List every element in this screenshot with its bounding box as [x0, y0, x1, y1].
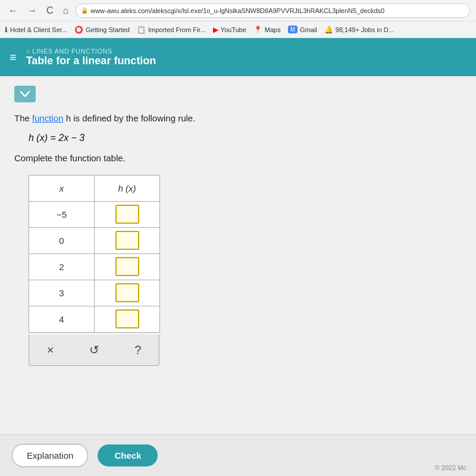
hx-input-cell — [95, 306, 160, 332]
text-after-link: h is defined by the following rule. — [64, 113, 196, 123]
text-before-link: The — [14, 113, 32, 123]
bottom-bar: Explanation Check © 2022 Mc — [0, 434, 476, 476]
header-title: Table for a linear function — [26, 55, 156, 67]
lock-icon: 🔒 — [81, 7, 88, 14]
header-text: ○ LINES AND FUNCTIONS Table for a linear… — [26, 48, 156, 67]
bookmark-jobs[interactable]: 🔔 98,149+ Jobs in D... — [324, 26, 394, 34]
keypad: × ↺ ? — [29, 335, 159, 366]
circle-icon: ⭕ — [74, 26, 83, 34]
youtube-icon: ▶ — [213, 26, 218, 34]
hx-input-cell — [95, 227, 160, 253]
x-value: 3 — [29, 280, 95, 306]
table-row: 2 — [29, 253, 160, 280]
equation: h (x) = 2x − 3 — [29, 133, 447, 143]
dropdown-button[interactable] — [14, 86, 36, 102]
x-value: 4 — [29, 306, 95, 332]
bookmark-gmail[interactable]: M Gmail — [288, 26, 317, 33]
bookmark-getting-started[interactable]: ⭕ Getting Started — [74, 26, 130, 34]
hx-input-cell — [95, 201, 160, 227]
refresh-button[interactable]: C — [44, 4, 56, 17]
x-value: −5 — [29, 201, 95, 227]
instruction-text: Complete the function table. — [14, 153, 462, 163]
delete-button[interactable]: × — [40, 339, 61, 362]
table-row: 4 — [29, 306, 160, 332]
forward-button[interactable]: → — [25, 4, 39, 17]
bookmark-label: Gmail — [300, 26, 317, 33]
hx-input[interactable] — [115, 205, 139, 224]
problem-text: The function h is defined by the followi… — [14, 112, 462, 126]
info-icon: ℹ — [5, 26, 8, 34]
x-value: 2 — [29, 253, 95, 280]
copyright-text: © 2022 Mc — [435, 464, 466, 471]
content-panel: The function h is defined by the followi… — [0, 76, 476, 434]
back-button[interactable]: ← — [6, 4, 20, 17]
table-container: x h (x) −50234 — [29, 175, 160, 333]
hx-input-cell — [95, 280, 160, 306]
table-row: 3 — [29, 280, 160, 306]
bookmark-label: Hotel & Client Ser... — [10, 26, 67, 33]
bell-icon: 🔔 — [324, 26, 333, 34]
url-text: www-awu.aleks.com/alekscgi/x/lsl.exe/1o_… — [90, 7, 384, 14]
bookmark-label: Getting Started — [86, 26, 130, 33]
bookmark-imported[interactable]: 📋 Imported From Fir... — [137, 26, 206, 34]
hx-input-cell — [95, 253, 160, 280]
function-link[interactable]: function — [32, 113, 64, 123]
bookmark-hotel[interactable]: ℹ Hotel & Client Ser... — [5, 26, 67, 34]
help-button[interactable]: ? — [127, 339, 148, 362]
hx-input[interactable] — [115, 309, 139, 328]
table-row: −5 — [29, 201, 160, 227]
explanation-button[interactable]: Explanation — [12, 444, 88, 467]
bookmark-label: Imported From Fir... — [148, 26, 206, 33]
document-icon: 📋 — [137, 26, 146, 34]
function-table: x h (x) −50234 — [29, 175, 160, 333]
bookmark-label: 98,149+ Jobs in D... — [336, 26, 394, 33]
chevron-down-icon — [20, 91, 30, 97]
address-bar[interactable]: 🔒 www-awu.aleks.com/alekscgi/x/lsl.exe/1… — [76, 4, 470, 18]
home-button[interactable]: ⌂ — [61, 4, 71, 17]
aleks-header: ≡ ○ LINES AND FUNCTIONS Table for a line… — [0, 38, 476, 76]
hamburger-menu[interactable]: ≡ — [10, 51, 17, 64]
col-x-header: x — [29, 175, 95, 201]
browser-bar: ← → C ⌂ 🔒 www-awu.aleks.com/alekscgi/x/l… — [0, 0, 476, 21]
maps-icon: 📍 — [253, 26, 262, 34]
header-subtitle: ○ LINES AND FUNCTIONS — [26, 48, 156, 55]
gmail-icon: M — [288, 26, 298, 33]
bookmarks-bar: ℹ Hotel & Client Ser... ⭕ Getting Starte… — [0, 21, 476, 38]
undo-button[interactable]: ↺ — [82, 338, 107, 362]
hx-input[interactable] — [115, 257, 139, 276]
bookmark-youtube[interactable]: ▶ YouTube — [213, 26, 246, 34]
bookmark-label: Maps — [265, 26, 281, 33]
x-value: 0 — [29, 227, 95, 253]
hx-input[interactable] — [115, 231, 139, 250]
bookmark-maps[interactable]: 📍 Maps — [253, 26, 281, 34]
hx-input[interactable] — [115, 283, 139, 302]
content-wrapper: ≡ ○ LINES AND FUNCTIONS Table for a line… — [0, 38, 476, 476]
check-button[interactable]: Check — [98, 444, 158, 466]
col-hx-header: h (x) — [95, 175, 160, 201]
table-row: 0 — [29, 227, 160, 253]
bookmark-label: YouTube — [221, 26, 246, 33]
